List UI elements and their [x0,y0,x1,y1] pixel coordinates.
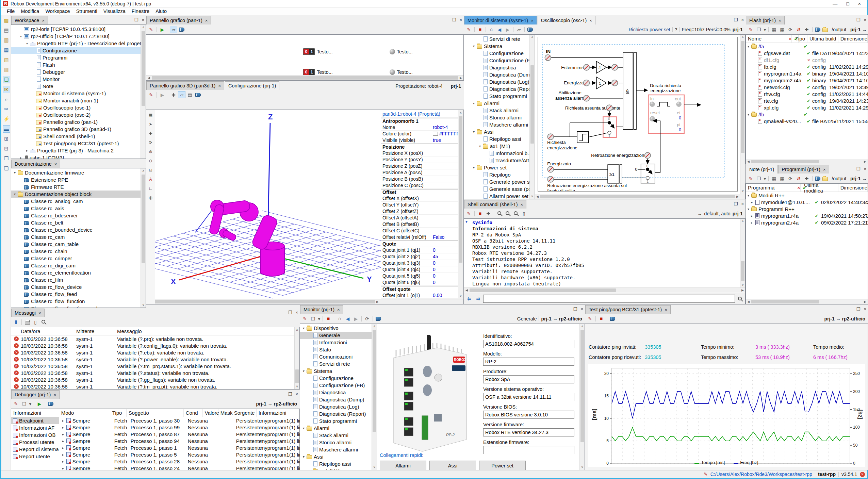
expander-icon[interactable]: ▾ [746,113,751,116]
back-icon[interactable]: ◀ [344,315,351,322]
forward-icon[interactable]: ▶ [352,315,360,322]
expander-icon[interactable]: ▸ [61,426,66,429]
tree-item[interactable]: Stato programmi [464,93,535,100]
edit-page-icon[interactable]: ▤ [186,91,194,98]
tree-item[interactable]: Configurazione (FB) [464,57,535,64]
select-grid-icon[interactable]: ▦ [147,111,154,118]
pause-icon[interactable]: Ⅱ [12,318,20,326]
tree-item[interactable]: ▾Assi [464,128,535,135]
tree-item[interactable]: Diagnostica (Log) [300,403,377,410]
file-row[interactable]: qmakeall-vs20...✔file BAT25/11/2021 15:5… [746,118,868,125]
panel-properties-icon[interactable]: ✎ [147,26,155,33]
help-book-icon[interactable] [814,175,821,182]
property-row[interactable]: Offset [381,189,463,195]
field-value-input[interactable] [483,411,574,419]
expander-icon[interactable]: ▾ [471,166,476,169]
tree-item[interactable]: Riepilogo assi [464,135,535,143]
close-panel-icon[interactable]: × [864,307,866,312]
info-list-item[interactable]: Processi utente [11,439,59,446]
col-messaggio[interactable]: Messaggio [115,327,299,335]
float-panel-icon[interactable]: ❐ [856,166,861,171]
tree-item[interactable]: ▾Sistema [300,367,377,375]
tab-ping-pong-test[interactable]: Test ping/pong BCC/31 (pptest-1)× [585,305,671,314]
tab-close-icon[interactable]: × [589,18,592,23]
windows-cascade-icon[interactable]: ❐ [3,155,10,162]
tree-item[interactable]: Configurazione [300,375,377,382]
property-row[interactable]: Offset C (offsetC) [381,228,463,234]
property-row[interactable]: Visibile (visible)true [381,137,463,144]
expander-icon[interactable]: ▾ [301,326,306,330]
col-ultima-build[interactable]: Ultima build [807,35,838,43]
scrollbar-vertical[interactable]: ∧∨ [740,35,745,199]
col-ultima-modifica[interactable]: Ultima modifica [802,184,838,192]
expander-icon[interactable]: ▸ [61,460,66,463]
panel-properties-icon[interactable]: ✎ [147,91,155,98]
reset-icon[interactable]: ↺ [795,26,802,33]
open-document-icon[interactable]: ▥ [3,36,10,44]
stop-icon[interactable]: ■ [476,26,484,33]
file-row[interactable]: myprogram1.r4a✔binary19/04/2021 14:10:36 [746,70,868,77]
close-panel-icon[interactable]: × [741,17,744,22]
tree-item[interactable]: ▾Documentazione firmware [11,169,146,176]
search-icon[interactable] [40,318,47,326]
tree-item[interactable]: Shell comandi (shell-1) [11,133,146,140]
close-panel-icon[interactable]: × [580,307,583,312]
tree-item[interactable]: ▾Documentazione object block [11,191,146,198]
workspace-cube-icon[interactable]: ▩ [3,17,10,24]
tree-item[interactable]: Diagnostica (Report) [464,85,535,93]
tab-pannello-grafico[interactable]: Pannello grafico (pan-1)× [146,16,211,24]
tree-item[interactable]: ▾ax1 (M1) [464,143,535,150]
tab-close-icon[interactable]: × [42,18,45,23]
help-book-icon[interactable] [609,315,616,322]
float-panel-icon[interactable]: ❐ [288,392,292,397]
property-row[interactable]: Posizione B (posB) [381,176,463,182]
property-value[interactable]: 45 [433,254,438,259]
tab-close-icon[interactable]: × [53,392,56,397]
message-row[interactable]: ✕10/03/2022 10:36:58sysm-1Variabile (?.c… [11,342,299,349]
search-icon[interactable]: ⌕ [3,96,10,103]
hand-icon[interactable]: ✚ [803,26,810,33]
close-panel-icon[interactable]: × [459,17,462,22]
tree-item[interactable]: Informazioni b... [464,150,535,157]
expander-icon[interactable]: ▾ [307,469,312,470]
property-row[interactable]: Quota joint 3 (qj3)0 [381,260,463,266]
expander-icon[interactable]: ▾ [746,45,751,48]
menu-item[interactable]: Visualizza [100,8,129,15]
scrollbar-vertical[interactable]: ∧∨ [458,110,463,299]
property-row[interactable]: Posizione Z (posZ) [381,163,463,169]
tree-item[interactable]: Monitor variabili (mon-1) [11,97,146,104]
property-value[interactable]: #FFFFFF [439,131,459,136]
expander-icon[interactable]: ▾ [471,101,476,105]
property-value[interactable]: 0.00 [433,293,442,298]
property-row[interactable]: Posizione [381,144,463,150]
sync-icon[interactable]: ⟳ [363,315,371,322]
col-valore[interactable]: Valore [203,409,218,417]
color-swatch[interactable] [433,132,438,136]
help-book-icon[interactable] [814,26,821,33]
tree-item[interactable]: Trasduttore/Att... [464,157,535,164]
zoom-in-text-icon[interactable] [504,210,511,217]
hand-icon[interactable]: ✚ [803,175,810,182]
tree-item[interactable]: Oscilloscopio (osc-1) [11,104,146,111]
tree-item[interactable]: ▾Power set [464,164,535,171]
stop-icon[interactable]: ■ [476,210,484,217]
close-panel-icon[interactable]: × [864,17,866,22]
menu-item[interactable]: Aiuto [152,8,170,15]
tree-item[interactable]: Configurazione [11,47,146,54]
property-row[interactable]: Offset A (offsetA) [381,215,463,221]
tab-close-icon[interactable]: × [54,162,57,167]
scrollbar-vertical[interactable]: ∧ [141,25,146,159]
build-all-icon[interactable]: ▦ [779,175,786,182]
property-row[interactable]: Quota joint 4 (qj4)0 [381,266,463,273]
tree-item[interactable]: Classe rc_analog_cam [11,198,146,205]
breakpoint-row[interactable]: ▸SempreFetchProcesso 1, passo 1NessunaPe… [59,444,313,451]
tree-item[interactable]: Test ping/pong BCC/31 (pptest-1) [11,140,146,147]
tree-item[interactable]: ▾Allarmi [464,100,535,107]
expander-icon[interactable]: ▸ [61,439,66,443]
float-panel-icon[interactable]: ❐ [734,201,738,207]
reset-icon[interactable]: ↺ [795,175,802,182]
scrollbar-vertical[interactable]: ∧∨ [294,327,299,389]
tree-item[interactable]: Generale power set [464,178,535,185]
expander-icon[interactable]: ▸ [24,149,30,152]
scrollbar-horizontal[interactable]: ◀▶ [746,159,868,164]
